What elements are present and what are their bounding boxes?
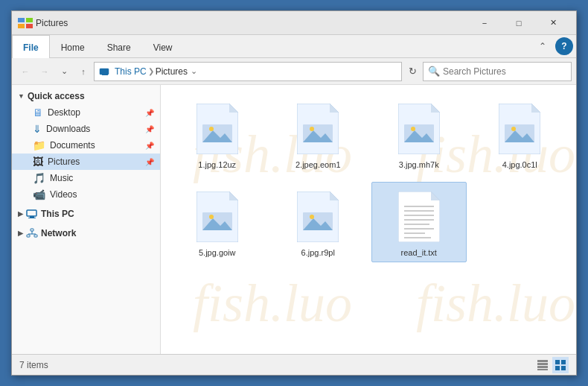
ribbon-tab-bar: File Home Share View ⌃ ? <box>12 35 576 57</box>
svg-marker-46 <box>431 192 440 200</box>
sidebar-item-videos[interactable]: 📹 Videos <box>12 186 160 203</box>
minimize-button[interactable]: − <box>467 11 502 35</box>
svg-marker-36 <box>229 192 238 200</box>
svg-rect-9 <box>31 229 33 231</box>
details-view-icon <box>537 360 548 370</box>
maximize-button[interactable]: □ <box>502 11 536 35</box>
view-controls <box>534 357 569 373</box>
pictures-icon: 🖼 <box>33 156 43 168</box>
tab-home[interactable]: Home <box>50 37 96 57</box>
file-item-1[interactable]: 2.jpeg.eom1 <box>271 94 366 174</box>
sidebar-item-label-downloads: Downloads <box>46 124 90 134</box>
sidebar-item-label-desktop: Desktop <box>48 107 80 118</box>
file-item-0[interactable]: 1.jpg.12uz <box>170 94 265 174</box>
file-item-4[interactable]: 5.jpg.goiw <box>170 182 265 262</box>
address-path[interactable]: This PC ❯ Pictures ⌄ <box>94 62 402 81</box>
file-name-5: 6.jpg.r9pl <box>301 248 335 257</box>
file-item-3[interactable]: 4.jpg.0c1l <box>473 94 568 174</box>
window-icon <box>18 18 33 28</box>
image-file-icon-1 <box>297 104 339 154</box>
svg-rect-6 <box>27 210 36 216</box>
forward-button[interactable]: → <box>36 63 54 80</box>
svg-point-24 <box>310 127 314 131</box>
this-pc-label: This PC <box>41 209 74 219</box>
documents-icon: 📁 <box>33 139 45 151</box>
svg-rect-5 <box>102 74 108 75</box>
svg-rect-62 <box>561 366 566 370</box>
network-header[interactable]: ▶ Network <box>12 225 160 241</box>
refresh-button[interactable]: ↻ <box>403 63 421 80</box>
image-file-icon-0 <box>196 104 238 154</box>
file-name-1: 2.jpeg.eom1 <box>295 160 341 169</box>
quick-access-label: Quick access <box>28 91 85 101</box>
this-pc-header[interactable]: ▶ This PC <box>12 206 160 222</box>
file-name-6: read_it.txt <box>401 248 437 257</box>
svg-rect-0 <box>18 18 25 22</box>
help-button[interactable]: ? <box>555 37 573 55</box>
tab-share[interactable]: Share <box>96 37 142 57</box>
sidebar-item-music[interactable]: 🎵 Music <box>12 170 160 186</box>
back-button[interactable]: ← <box>16 63 34 80</box>
svg-point-19 <box>209 127 214 131</box>
window-title: Pictures <box>36 18 467 28</box>
sidebar-item-desktop[interactable]: 🖥 Desktop 📌 <box>12 104 160 121</box>
tab-file[interactable]: File <box>12 35 50 59</box>
ribbon-collapse-button[interactable]: ⌃ <box>533 35 552 57</box>
pin-icon-downloads: 📌 <box>145 125 154 133</box>
svg-rect-8 <box>28 218 36 218</box>
this-pc-section: ▶ This PC <box>12 206 160 222</box>
file-icon-5 <box>291 187 345 247</box>
search-input[interactable] <box>443 66 566 77</box>
sidebar: ▼ Quick access 🖥 Desktop 📌 ⇓ Downloads 📌… <box>12 85 161 354</box>
svg-point-39 <box>209 215 214 219</box>
close-button[interactable]: ✕ <box>536 11 570 35</box>
expand-icon-thispc: ▶ <box>18 210 23 218</box>
sidebar-item-downloads[interactable]: ⇓ Downloads 📌 <box>12 121 160 137</box>
quick-access-header[interactable]: ▼ Quick access <box>12 88 160 104</box>
status-bar: 7 items <box>12 354 576 375</box>
path-segment-thispc: This PC <box>99 66 147 77</box>
up-button[interactable]: ↑ <box>74 63 92 80</box>
svg-marker-41 <box>330 192 339 200</box>
file-item-5[interactable]: 6.jpg.r9pl <box>271 182 366 262</box>
videos-icon: 📹 <box>33 189 45 200</box>
image-file-icon-3 <box>499 104 540 154</box>
pin-icon-pictures: 📌 <box>145 158 154 166</box>
recent-locations-button[interactable]: ⌄ <box>55 63 73 80</box>
main-content: ▼ Quick access 🖥 Desktop 📌 ⇓ Downloads 📌… <box>12 85 576 354</box>
search-box[interactable]: 🔍 <box>423 62 572 81</box>
svg-point-34 <box>511 127 516 131</box>
path-dropdown-button[interactable]: ⌄ <box>191 66 197 76</box>
sidebar-item-label-videos: Videos <box>50 189 77 200</box>
svg-rect-4 <box>100 69 109 75</box>
sidebar-item-label-pictures: Pictures <box>48 156 80 167</box>
file-name-2: 3.jpg.mh7k <box>399 160 439 169</box>
svg-rect-10 <box>27 235 30 237</box>
file-item-6[interactable]: read_it.txt <box>371 182 467 262</box>
svg-rect-60 <box>561 360 566 364</box>
tab-view[interactable]: View <box>142 37 184 57</box>
sidebar-item-documents[interactable]: 📁 Documents 📌 <box>12 137 160 154</box>
details-view-button[interactable] <box>534 357 551 373</box>
item-count: 7 items <box>19 360 48 370</box>
svg-rect-57 <box>537 366 548 368</box>
network-label: Network <box>41 228 76 238</box>
ribbon: File Home Share View ⌃ ? <box>12 35 576 58</box>
image-file-icon-2 <box>398 104 440 154</box>
title-bar: Pictures − □ ✕ <box>12 11 576 35</box>
file-item-2[interactable]: 3.jpg.mh7k <box>371 94 467 174</box>
sidebar-item-label-documents: Documents <box>50 140 95 151</box>
sidebar-item-label-music: Music <box>50 173 73 183</box>
sidebar-item-pictures[interactable]: 🖼 Pictures 📌 <box>12 154 160 170</box>
image-file-icon-5 <box>297 192 339 242</box>
path-chevron-1: ❯ <box>148 67 154 75</box>
desktop-icon: 🖥 <box>33 107 43 118</box>
svg-rect-59 <box>555 360 560 364</box>
svg-point-29 <box>411 127 415 131</box>
file-icon-2 <box>392 99 446 159</box>
network-icon <box>26 228 38 238</box>
svg-rect-7 <box>30 216 34 218</box>
large-icons-view-button[interactable] <box>552 357 569 373</box>
svg-rect-2 <box>26 18 33 22</box>
music-icon: 🎵 <box>33 172 45 184</box>
